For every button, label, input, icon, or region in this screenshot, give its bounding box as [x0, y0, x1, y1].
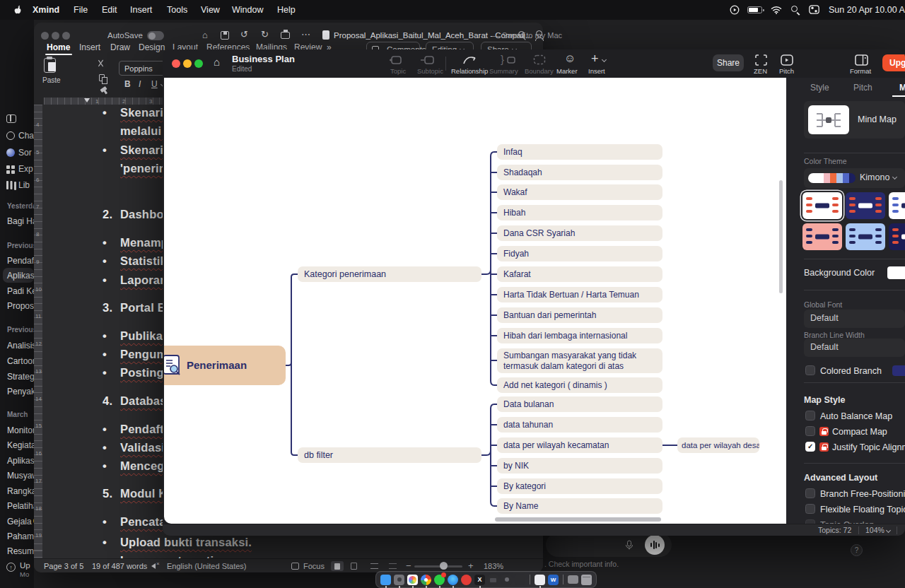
print-icon[interactable]	[281, 32, 290, 39]
save-icon[interactable]	[221, 31, 229, 40]
dock-folder-icon[interactable]	[488, 575, 498, 585]
subtopic[interactable]: By kategori	[497, 478, 662, 494]
share-user-icon[interactable]	[536, 30, 542, 37]
menu-app-name[interactable]: Xmind	[33, 5, 59, 15]
dock-photos-icon[interactable]	[407, 575, 418, 585]
search-icon[interactable]	[518, 31, 525, 37]
branch-topic[interactable]: db filter	[298, 447, 481, 463]
upgrade-button[interactable]: Upgrade	[882, 54, 905, 71]
subtopic[interactable]: Shadaqah	[497, 165, 662, 180]
chat-item[interactable]: Kegiatan	[7, 440, 34, 450]
global-font-select[interactable]: Default	[804, 310, 905, 328]
justify-alignment-checkbox[interactable]	[805, 442, 815, 452]
compact-map-checkbox[interactable]	[805, 426, 815, 436]
share-button[interactable]: Share	[713, 54, 744, 71]
home-icon[interactable]: ⌂	[214, 56, 220, 68]
chat-item[interactable]: Penyakit	[7, 387, 34, 396]
flexible-floating-checkbox[interactable]	[805, 504, 815, 514]
dock-preview-icon[interactable]	[535, 575, 545, 585]
vertical-scrollbar[interactable]	[779, 180, 783, 293]
colored-branch-swatch[interactable]	[892, 365, 905, 376]
word-count[interactable]: 19 of 487 words	[92, 562, 147, 570]
bold-button[interactable]: B	[124, 79, 131, 89]
dock-settings-icon[interactable]	[394, 575, 404, 585]
theme-thumbnail[interactable]	[889, 192, 905, 219]
theme-thumbnail-selected[interactable]	[802, 192, 842, 219]
voice-mode-button[interactable]	[645, 535, 665, 555]
focus-toggle[interactable]: Focus	[303, 562, 325, 570]
tab-design[interactable]: Design	[139, 42, 165, 52]
chat-item[interactable]: Musyawa	[7, 471, 34, 481]
subtopic[interactable]: Harta Tidak Bertuan / Harta Temuan	[497, 287, 662, 302]
subtopic-icon[interactable]	[420, 55, 434, 65]
dock-trash-icon[interactable]	[581, 575, 592, 585]
subtopic[interactable]: Wakaf	[497, 184, 662, 200]
dock-minimized-window[interactable]	[568, 575, 578, 584]
home-icon[interactable]: ⌂	[202, 30, 208, 40]
subtopic[interactable]: data per wilayah desa	[677, 437, 759, 453]
subtopic[interactable]: Hibah dari lembaga internasional	[497, 328, 662, 343]
background-color-swatch[interactable]	[887, 266, 905, 279]
subtopic[interactable]: Hibah	[497, 205, 662, 220]
insert-label[interactable]: Insert	[588, 67, 605, 75]
chat-item[interactable]: Gejala	[7, 517, 32, 527]
help-button[interactable]: ?	[851, 544, 863, 556]
battery-icon[interactable]	[747, 6, 762, 13]
zoom-icon[interactable]	[194, 59, 203, 68]
chat-item-active[interactable]: Aplikasi	[7, 271, 34, 281]
menu-view[interactable]: View	[201, 5, 220, 15]
zoom-in-button[interactable]: +	[468, 560, 474, 571]
spotlight-icon[interactable]	[791, 6, 798, 12]
redo-icon[interactable]: ↻	[261, 29, 269, 40]
format-icon[interactable]	[855, 54, 868, 66]
nav-chatgpt[interactable]: Cha	[18, 131, 34, 141]
read-aloud-icon[interactable]	[151, 563, 156, 569]
auto-balance-checkbox[interactable]	[805, 411, 815, 421]
control-center-icon[interactable]	[809, 5, 819, 14]
close-icon[interactable]	[41, 32, 49, 40]
tab-pitch[interactable]: Pitch	[853, 83, 872, 93]
zoom-percent[interactable]: 183%	[484, 562, 503, 570]
tab-insert[interactable]: Insert	[79, 42, 100, 52]
subtopic[interactable]: Infaq	[497, 144, 662, 160]
tab-style[interactable]: Style	[810, 83, 829, 93]
branch-free-checkbox[interactable]	[805, 488, 815, 498]
paste-clipboard-icon[interactable]	[44, 58, 56, 73]
mic-icon[interactable]	[625, 540, 634, 550]
now-playing-icon[interactable]	[730, 5, 740, 15]
close-icon[interactable]	[172, 59, 180, 68]
theme-select[interactable]: Kimono	[804, 168, 905, 188]
central-topic[interactable]: Penerimaan	[164, 346, 286, 385]
chat-item[interactable]: Padi Ken	[7, 286, 34, 296]
chat-item[interactable]: Bagi Has	[7, 216, 34, 226]
subtopic[interactable]: Add net kategori ( dinamis )	[497, 377, 662, 393]
pitch-icon[interactable]	[781, 54, 793, 66]
zoom-slider-knob[interactable]	[440, 562, 448, 570]
subtopic-label[interactable]: Subtopic	[417, 67, 443, 75]
zoom-icon[interactable]	[62, 32, 70, 40]
minimize-icon[interactable]	[52, 32, 59, 40]
view-print-layout[interactable]	[331, 561, 344, 571]
chat-item[interactable]: Pendafta	[7, 256, 34, 266]
view-web-layout[interactable]	[351, 563, 357, 570]
dock-color-wheel-icon[interactable]	[461, 575, 472, 585]
subtopic[interactable]: Bantuan dari pemerintah	[497, 307, 662, 323]
nav-explore[interactable]: Exp	[18, 164, 33, 174]
subtopic[interactable]: By Name	[497, 498, 662, 514]
upgrade-label[interactable]: Up	[20, 561, 30, 570]
theme-thumbnail[interactable]	[846, 223, 885, 250]
chat-item[interactable]: Rangkai	[7, 486, 34, 496]
horizontal-scrollbar[interactable]	[495, 517, 661, 522]
menu-file[interactable]: File	[74, 5, 88, 15]
menu-window[interactable]: Window	[232, 5, 263, 15]
subtopic[interactable]: Kafarat	[497, 266, 662, 282]
relationship-label[interactable]: Relationship	[451, 67, 488, 75]
chatgpt-composer[interactable]	[546, 533, 672, 557]
chat-item[interactable]: Proposa	[7, 301, 34, 311]
zen-label[interactable]: ZEN	[754, 67, 767, 75]
chat-item[interactable]: Strategi	[7, 372, 34, 382]
theme-thumbnail[interactable]	[889, 223, 905, 250]
menu-insert[interactable]: Insert	[130, 5, 152, 15]
apple-icon[interactable]	[13, 4, 23, 16]
marker-label[interactable]: Marker	[556, 67, 578, 75]
